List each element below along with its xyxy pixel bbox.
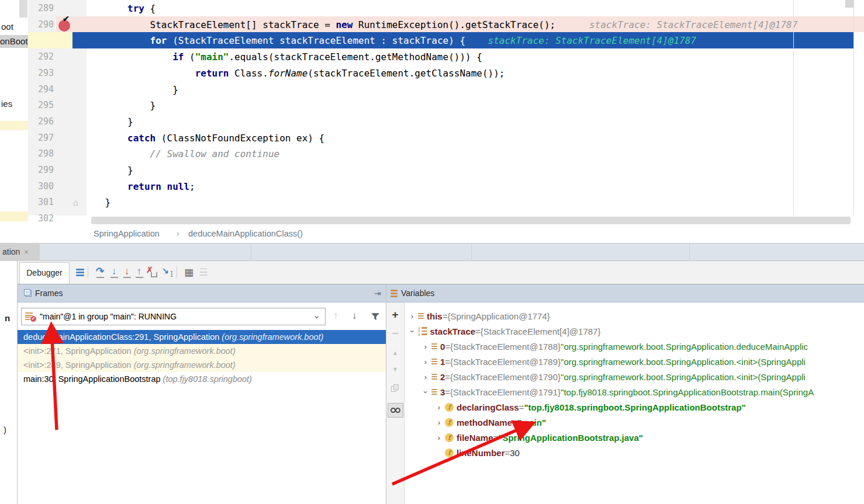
code-token: (StackTraceElement stackTraceElement : s… xyxy=(167,35,466,46)
code-line[interactable]: } xyxy=(82,162,133,179)
move-watch-up-button[interactable]: ▲ xyxy=(386,349,404,356)
execution-point-icon xyxy=(76,269,84,276)
breadcrumb-method[interactable]: deduceMainApplicationClass() xyxy=(188,229,303,238)
variable-name: 2 xyxy=(440,372,445,382)
variable-row[interactable]: flineNumber = 30 xyxy=(405,445,864,460)
code-line[interactable]: } xyxy=(82,194,110,211)
next-frame-button[interactable]: ↓ xyxy=(352,310,357,322)
show-execution-point-button[interactable] xyxy=(74,265,87,279)
equals-sign: = xyxy=(505,448,510,458)
run-to-cursor-button[interactable]: ↘I xyxy=(161,265,174,279)
code-token: ; xyxy=(189,181,195,192)
code-token: stackTrace: StackTraceElement[4]@1787 xyxy=(589,19,797,30)
filter-frames-button[interactable] xyxy=(371,312,380,324)
code-editor[interactable]: oot onBoot ies 3023013002992982972962952… xyxy=(0,0,864,225)
drop-frame-button[interactable]: ✗ xyxy=(146,265,158,279)
remove-watch-button[interactable]: − xyxy=(386,327,404,340)
variable-row[interactable]: ›0 = {StackTraceElement@1788} "org.sprin… xyxy=(405,339,864,354)
chevron-collapsed-icon[interactable]: › xyxy=(435,418,443,427)
line-number[interactable]: 302 xyxy=(28,211,54,225)
code-token: // Swallow and continue xyxy=(150,148,280,159)
field-icon: f xyxy=(445,449,454,457)
move-watch-down-button[interactable]: ▼ xyxy=(386,366,404,373)
editor-vertical-scrollbar[interactable] xyxy=(845,0,853,8)
pin-icon[interactable]: ⇥ xyxy=(374,289,381,298)
line-number[interactable]: 295 xyxy=(28,98,54,114)
step-into-button[interactable]: ↓ xyxy=(108,265,120,279)
code-line[interactable]: try { xyxy=(82,1,155,17)
code-token: (stackTraceElement.getClassName()); xyxy=(307,68,504,79)
variable-row[interactable]: ›ffileName = "SpringApplicationBootstrap… xyxy=(405,430,864,445)
duplicate-watch-button[interactable] xyxy=(386,384,404,392)
fold-marker-icon[interactable]: ⌂ xyxy=(73,197,78,207)
code-line[interactable]: // Swallow and continue xyxy=(82,146,279,162)
project-item-partial[interactable]: ies xyxy=(1,99,12,109)
show-watches-button[interactable] xyxy=(388,403,403,418)
project-item-partial[interactable]: oot xyxy=(1,22,13,32)
variable-row[interactable]: ›3 = {StackTraceElement@1791} "top.fjy80… xyxy=(405,384,864,399)
code-token: new xyxy=(336,19,352,30)
prev-frame-button[interactable]: ↑ xyxy=(333,310,338,322)
code-line[interactable]: return Class.forName(stackTraceElement.g… xyxy=(82,65,504,82)
variable-string-value: "org.springframework.boot.SpringApplicat… xyxy=(561,357,806,367)
line-number[interactable]: 296 xyxy=(28,114,54,130)
variable-name: fileName xyxy=(457,433,493,443)
frame-row[interactable]: deduceMainApplicationClass:291, SpringAp… xyxy=(18,330,386,344)
code-line[interactable]: for (StackTraceElement stackTraceElement… xyxy=(82,33,696,49)
code-token xyxy=(555,19,589,30)
chevron-collapsed-icon[interactable]: › xyxy=(421,373,430,381)
line-number[interactable]: 298 xyxy=(28,146,54,162)
editor-horizontal-scrollbar[interactable] xyxy=(91,217,851,224)
project-item-partial[interactable]: onBoot xyxy=(0,36,28,46)
line-number[interactable]: 299 xyxy=(28,162,54,179)
variable-row[interactable]: ›this = {SpringApplication@1774} xyxy=(405,308,864,324)
code-line[interactable]: StackTraceElement[] stackTrace = new Run… xyxy=(82,17,797,33)
thread-label: "main"@1 in group "main": RUNNING xyxy=(40,312,177,321)
step-out-button[interactable]: ↑ xyxy=(133,265,146,279)
project-scrollbar-thumb[interactable] xyxy=(19,0,27,18)
code-line[interactable]: catch (ClassNotFoundException ex) { xyxy=(82,130,324,147)
frame-row[interactable]: <init>:249, SpringApplication (org.sprin… xyxy=(18,358,386,372)
chevron-collapsed-icon[interactable]: › xyxy=(435,433,443,442)
chevron-collapsed-icon[interactable]: › xyxy=(408,312,416,321)
code-line[interactable]: } xyxy=(82,114,133,130)
thread-selector[interactable]: ✓ "main"@1 in group "main": RUNNING ⌄ xyxy=(21,308,326,325)
code-line[interactable]: return null; xyxy=(82,179,195,195)
breakpoint-icon[interactable]: ✔ xyxy=(58,19,71,31)
code-line[interactable]: } xyxy=(82,82,178,98)
code-line[interactable]: if ("main".equals(stackTraceElement.getM… xyxy=(82,49,482,65)
variable-row[interactable]: ›2 = {StackTraceElement@1790} "org.sprin… xyxy=(405,369,864,384)
code-token: ( xyxy=(184,51,195,62)
variable-row[interactable]: ›fmethodName = "main" xyxy=(405,415,864,430)
line-number[interactable]: 290 xyxy=(28,17,54,33)
code-line[interactable]: } xyxy=(82,98,155,114)
chevron-collapsed-icon[interactable]: › xyxy=(421,357,430,366)
line-number[interactable]: 301 xyxy=(28,194,54,211)
mute-settings-button[interactable]: ☰ xyxy=(197,265,210,279)
line-number[interactable]: 300 xyxy=(28,179,54,195)
breadcrumb-class[interactable]: SpringApplication xyxy=(94,229,160,238)
toolwindow-tab[interactable]: ation× xyxy=(0,244,40,261)
chevron-expanded-icon[interactable]: › xyxy=(421,388,430,396)
line-number[interactable]: 292 xyxy=(28,49,54,65)
frame-package: (org.springframework.boot) xyxy=(134,360,236,370)
force-step-into-button[interactable]: ↓ xyxy=(120,265,133,279)
line-number[interactable]: 293 xyxy=(28,65,54,82)
chevron-collapsed-icon[interactable]: › xyxy=(421,342,430,351)
close-icon[interactable]: × xyxy=(24,248,29,256)
chevron-down-icon[interactable]: ⌄ xyxy=(313,310,320,321)
variable-row[interactable]: ›1 = {StackTraceElement@1789} "org.sprin… xyxy=(405,354,864,369)
step-over-button[interactable]: ↷ xyxy=(94,265,106,279)
line-number[interactable]: 297 xyxy=(28,130,54,147)
evaluate-expression-button[interactable]: ▦ xyxy=(182,265,195,279)
frame-row[interactable]: <init>:271, SpringApplication (org.sprin… xyxy=(18,344,386,358)
variable-row[interactable]: ›123stackTrace = {StackTraceElement[4]@1… xyxy=(405,324,864,339)
line-number[interactable]: 289 xyxy=(28,1,54,17)
line-number[interactable]: 294 xyxy=(28,82,54,98)
variable-row[interactable]: ›fdeclaringClass = "top.fjy8018.springbo… xyxy=(405,399,864,415)
tab-debugger[interactable]: Debugger xyxy=(19,262,70,284)
chevron-collapsed-icon[interactable]: › xyxy=(435,403,443,412)
add-watch-button[interactable]: + xyxy=(386,308,404,321)
frame-row[interactable]: main:30, SpringApplicationBootstrap (top… xyxy=(18,372,386,386)
chevron-expanded-icon[interactable]: › xyxy=(408,327,417,335)
